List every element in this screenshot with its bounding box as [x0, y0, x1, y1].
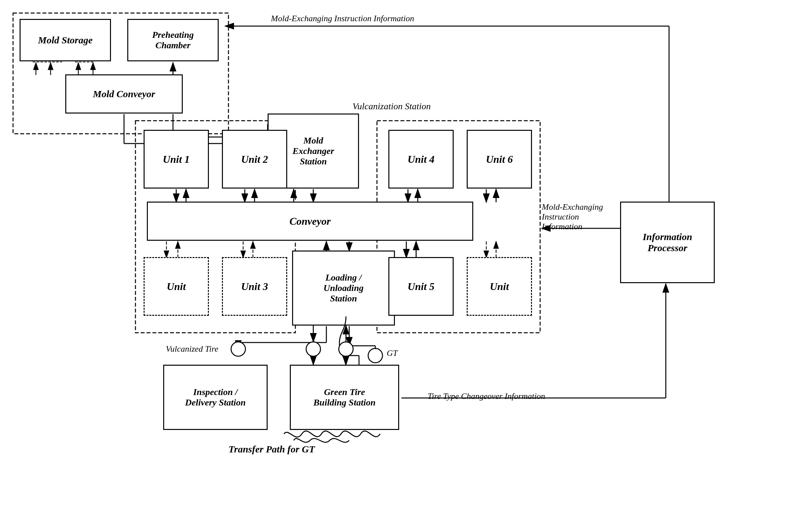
svg-point-44 — [231, 342, 245, 356]
unit6-box: Unit 6 — [467, 130, 532, 188]
unit1-box: Unit 1 — [144, 130, 209, 188]
preheating-chamber-box: PreheatingChamber — [127, 19, 219, 61]
mold-exchanging-top-label: Mold-Exchanging Instruction Information — [271, 14, 414, 24]
svg-point-46 — [368, 348, 382, 363]
mold-exchanging-right-label: Mold-ExchangingInstructionInformation — [542, 202, 617, 232]
unit3-box: Unit 3 — [222, 257, 287, 316]
vulcanized-tire-label: Vulcanized Tire — [166, 344, 218, 354]
info-processor-box: InformationProcessor — [620, 202, 715, 283]
unit2-box: Unit 2 — [222, 130, 287, 188]
inspection-delivery-box: Inspection /Delivery Station — [163, 365, 268, 430]
unit-bottom-left-box: Unit — [144, 257, 209, 316]
unit4-box: Unit 4 — [388, 130, 454, 188]
unit-bottom-right-box: Unit — [467, 257, 532, 316]
unit5-box: Unit 5 — [388, 257, 454, 316]
loading-unloading-box: Loading /UnloadingStation — [292, 250, 395, 326]
gt-label: GT — [387, 348, 398, 358]
green-tire-building-box: Green TireBuilding Station — [290, 365, 399, 430]
transfer-path-label: Transfer Path for GT — [228, 444, 315, 455]
tire-type-changeover-label: Tire Type Changeover Information — [428, 392, 545, 401]
mold-conveyor-box: Mold Conveyor — [65, 74, 183, 114]
conveyor-box: Conveyor — [147, 202, 473, 241]
mold-storage-box: Mold Storage — [20, 19, 111, 61]
vulcanization-station-label: Vulcanization Station — [352, 101, 431, 112]
